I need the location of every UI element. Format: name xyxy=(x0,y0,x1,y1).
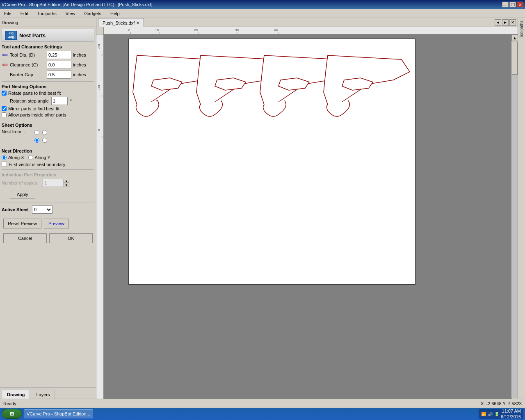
vertical-scrollbar: ▲ ▼ xyxy=(511,34,518,399)
canvas-viewport[interactable] xyxy=(104,34,511,399)
reset-preview-button[interactable]: Reset Preview xyxy=(3,219,41,228)
divider-1 xyxy=(2,81,94,82)
menu-gadgets[interactable]: Gadgets xyxy=(82,10,104,17)
canvas-nav: ◄ ► ✕ xyxy=(495,19,516,26)
canvas-tabbar: Push_Sticks.dxf ✕ ◄ ► ✕ xyxy=(96,18,518,27)
along-y-radio[interactable] xyxy=(28,155,33,160)
svg-text:30: 30 xyxy=(235,28,239,32)
canvas-tab-label: Push_Sticks.dxf xyxy=(103,21,135,25)
nest-from-radios xyxy=(34,129,50,144)
minimize-button[interactable]: — xyxy=(502,2,509,7)
copies-spinner: ▲ ▼ xyxy=(64,179,69,187)
allow-inside-label: Allow parts inside other parts xyxy=(8,112,66,117)
nest-from-topright[interactable] xyxy=(41,129,48,136)
canvas-close-view[interactable]: ✕ xyxy=(509,19,516,26)
canvas-body: -20 -10 0 xyxy=(96,34,518,399)
clearance-input[interactable] xyxy=(47,61,71,69)
ok-cancel-buttons: Cancel OK xyxy=(2,231,94,246)
tray-battery-icon: 🔋 xyxy=(494,412,499,416)
scroll-thumb-vertical[interactable] xyxy=(512,42,518,75)
clearance-row: C Clearance (C) inches xyxy=(2,61,94,69)
copies-spin-up[interactable]: ▲ xyxy=(64,179,69,183)
titlebar-title: VCarve Pro - ShopBot Edition [Art Design… xyxy=(2,2,152,7)
first-vector-row: First vector is nest boundary xyxy=(2,162,94,167)
menu-view[interactable]: View xyxy=(63,10,78,17)
divider-3 xyxy=(2,169,94,170)
canvas-with-rulers: 0 10 20 30 40 xyxy=(96,27,518,399)
menu-file[interactable]: File xyxy=(2,10,14,17)
divider-2 xyxy=(2,120,94,120)
canvas-tab-push-sticks[interactable]: Push_Sticks.dxf ✕ xyxy=(98,18,144,27)
tool-dia-input[interactable] xyxy=(47,51,71,59)
taskbar-vcarvepro[interactable]: VCarve Pro - ShopBot Edition... xyxy=(24,409,93,418)
left-panel: Drawing ZigZag Nest Parts Tool and Clear… xyxy=(0,18,96,399)
scroll-up-button[interactable]: ▲ xyxy=(511,34,518,41)
copies-spin-down[interactable]: ▼ xyxy=(64,183,69,187)
tab-layers[interactable]: Layers xyxy=(31,390,55,399)
number-copies-input[interactable] xyxy=(43,179,63,187)
bottom-tabs: Drawing Layers xyxy=(0,387,96,399)
rotation-step-unit: ° xyxy=(70,98,72,103)
ruler-y: -20 -10 0 xyxy=(96,34,104,399)
nest-from-bottomleft[interactable] xyxy=(34,137,40,144)
first-vector-checkbox[interactable] xyxy=(2,162,7,167)
tab-drawing[interactable]: Drawing xyxy=(2,390,30,399)
number-copies-label: Number of copies xyxy=(2,180,43,185)
apply-button[interactable]: Apply xyxy=(10,190,35,199)
canvas-nav-left[interactable]: ◄ xyxy=(495,19,501,26)
menu-edit[interactable]: Edit xyxy=(18,10,31,17)
first-vector-label: First vector is nest boundary xyxy=(9,162,65,167)
nest-direction-row: Along X Along Y xyxy=(2,155,94,160)
titlebar: VCarve Pro - ShopBot Edition [Art Design… xyxy=(0,0,525,9)
mirror-parts-checkbox[interactable] xyxy=(2,106,7,111)
work-area xyxy=(128,39,415,285)
allow-inside-checkbox[interactable] xyxy=(2,112,7,117)
tool-dia-icon: D xyxy=(2,52,8,58)
canvas-nav-right[interactable]: ► xyxy=(502,19,509,26)
taskbar-clock: 11:07 AM 6/12/2015 xyxy=(501,408,521,420)
action-buttons: Reset Preview Preview xyxy=(2,216,94,231)
menu-toolpaths[interactable]: Toolpaths xyxy=(35,10,59,17)
rotate-parts-row: Rotate parts to find best fit xyxy=(2,91,94,96)
canvas-shapes-svg xyxy=(129,39,416,285)
start-label: ⊞ xyxy=(10,411,14,417)
close-button[interactable]: ✕ xyxy=(517,2,523,7)
menu-help[interactable]: Help xyxy=(108,10,122,17)
start-button[interactable]: ⊞ xyxy=(2,409,22,419)
ok-button[interactable]: OK xyxy=(49,233,93,243)
active-sheet-select[interactable]: 0 xyxy=(32,205,52,214)
svg-text:40: 40 xyxy=(274,28,278,32)
statusbar: Ready X: -2.6648 Y: 7.5823 xyxy=(0,399,525,408)
clearance-label: Clearance (C) xyxy=(10,62,47,67)
taskbar: ⊞ VCarve Pro - ShopBot Edition... 📶 🔊 🔋 … xyxy=(0,408,525,420)
sheet-options-section-label: Sheet Options xyxy=(2,123,94,128)
border-gap-input[interactable] xyxy=(47,71,71,79)
restore-button[interactable]: ❐ xyxy=(509,2,516,7)
divider-4 xyxy=(2,203,94,203)
svg-text:-20: -20 xyxy=(97,44,101,49)
svg-text:0: 0 xyxy=(97,129,101,131)
clearance-icon: C xyxy=(2,62,8,68)
toolpaths-label[interactable]: Toolpaths xyxy=(519,18,524,41)
nest-from-bottomright[interactable] xyxy=(41,137,48,144)
border-gap-row: Border Gap inches xyxy=(2,71,94,79)
canvas-tab-close-icon[interactable]: ✕ xyxy=(136,21,139,25)
preview-button[interactable]: Preview xyxy=(44,219,69,228)
right-toolpaths-panel: Toolpaths xyxy=(518,18,525,399)
scroll-down-button[interactable]: ▼ xyxy=(511,398,518,399)
menubar: File Edit Toolpaths View Gadgets Help xyxy=(0,9,525,18)
rotate-parts-checkbox[interactable] xyxy=(2,91,7,96)
rotation-step-row: Rotation step angle ° xyxy=(2,97,94,105)
taskbar-tray: 📶 🔊 🔋 11:07 AM 6/12/2015 xyxy=(479,409,523,419)
ruler-row: 0 10 20 30 40 xyxy=(96,27,518,34)
rotation-step-input[interactable] xyxy=(51,97,68,105)
tool-dia-label: Tool Dia. (D) xyxy=(10,52,47,57)
nest-from-topleft[interactable] xyxy=(34,129,40,136)
canvas-area: Push_Sticks.dxf ✕ ◄ ► ✕ 0 xyxy=(96,18,518,399)
cancel-button[interactable]: Cancel xyxy=(3,233,47,243)
active-sheet-label: Active Sheet xyxy=(2,207,29,212)
panel-header: ZigZag Nest Parts xyxy=(2,29,94,42)
along-x-radio[interactable] xyxy=(2,155,7,160)
border-gap-label: Border Gap xyxy=(10,72,47,77)
ruler-x-svg: 0 10 20 30 40 xyxy=(104,27,518,34)
